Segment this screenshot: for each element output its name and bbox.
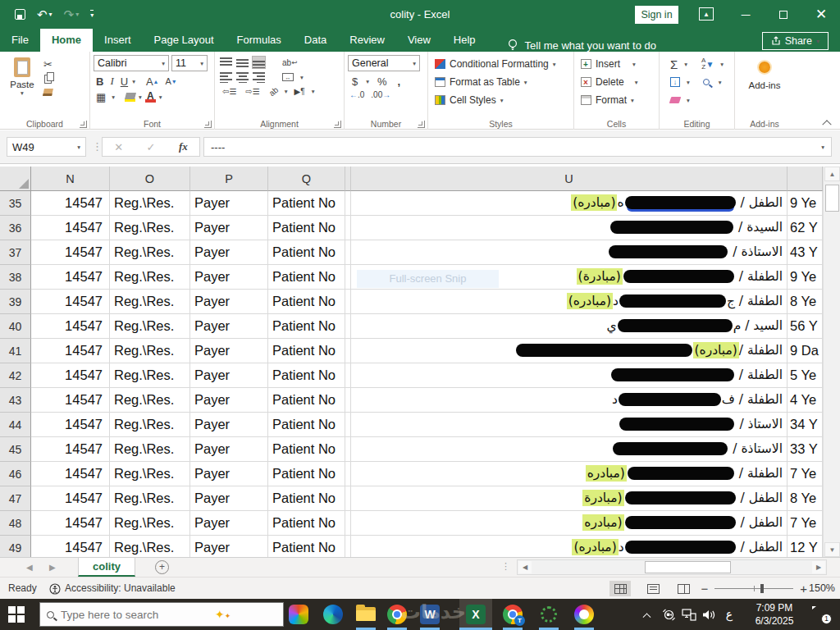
cell-Q39[interactable]: Patient No [268,290,345,314]
row-header-49[interactable]: 49 [0,536,31,557]
cell-Q49[interactable]: Patient No [268,536,345,557]
column-header-N[interactable]: N [31,167,110,191]
tab-scroll-splitter[interactable]: ⋮ [501,561,510,572]
scroll-down-icon[interactable]: ▼ [824,542,840,557]
zoom-out-icon[interactable]: − [701,582,708,596]
undo-icon[interactable]: ↶▾ [37,7,52,22]
sheet-tab-colity[interactable]: colity [78,558,135,577]
cell-U47[interactable]: الطفل / (مبادرة [351,486,788,511]
row-header-43[interactable]: 43 [0,388,31,413]
wrap-text-icon[interactable]: ab↩ [280,57,299,68]
cell-O41[interactable]: Reg.\Res. [110,339,190,363]
cell-age-42[interactable]: 5 Ye [788,363,823,388]
cell-P37[interactable]: Payer [190,240,268,265]
tab-data[interactable]: Data [293,29,338,52]
text-direction-icon[interactable]: ▶¶ [292,86,308,97]
tab-view[interactable]: View [396,29,442,52]
decrease-indent-icon[interactable]: ⇦☰ [220,86,239,97]
cell-N39[interactable]: 14547 [31,290,110,314]
cell-Q37[interactable]: Patient No [268,240,345,265]
network-icon[interactable] [679,599,699,630]
cell-P36[interactable]: Payer [190,216,268,240]
format-cells-button[interactable]: Format▾ [581,91,655,109]
meet-now-icon[interactable] [660,599,678,630]
align-right-icon[interactable] [253,71,265,83]
cell-O47[interactable]: Reg.\Res. [110,486,190,511]
language-indicator[interactable]: ع [720,599,738,630]
align-left-icon[interactable] [220,71,232,83]
cell-P44[interactable]: Payer [190,413,268,437]
select-all-button[interactable] [0,167,31,191]
cell-N41[interactable]: 14547 [31,339,110,363]
sheet-nav-left-icon[interactable]: ◀ [26,558,33,577]
cell-age-41[interactable]: 9 Da [788,339,823,363]
increase-font-icon[interactable]: A▲ [144,75,162,89]
cell-O36[interactable]: Reg.\Res. [110,216,190,240]
cell-O37[interactable]: Reg.\Res. [110,240,190,265]
cell-O39[interactable]: Reg.\Res. [110,290,190,314]
cell-U35[interactable]: الطفل / ه(مبادره) [351,191,788,216]
taskbar-search[interactable]: ✦✦ [39,602,284,627]
cell-narrow-49[interactable] [345,536,351,557]
tab-formulas[interactable]: Formulas [226,29,293,52]
number-dialog-launcher[interactable] [418,121,425,128]
cell-N43[interactable]: 14547 [31,388,110,413]
tray-expand-icon[interactable] [638,599,655,630]
comma-style-icon[interactable]: , [395,75,404,89]
decrease-font-icon[interactable]: A▼ [163,75,180,87]
volume-icon[interactable] [699,599,719,630]
italic-button[interactable]: I [107,74,116,89]
cell-P45[interactable]: Payer [190,437,268,462]
cell-Q47[interactable]: Patient No [268,486,345,511]
paste-button[interactable]: Paste ▾ [3,55,41,97]
borders-icon[interactable]: ▦ [94,90,108,104]
close-button[interactable]: ✕ [802,0,840,29]
page-break-view-icon[interactable] [673,581,694,596]
bottom-align-icon[interactable] [253,57,265,68]
cell-U44[interactable]: الاستاذ / [351,413,788,437]
row-header-41[interactable]: 41 [0,339,31,363]
cell-U40[interactable]: السيد / مي [351,314,788,339]
cell-O35[interactable]: Reg.\Res. [110,191,190,216]
cell-narrow-45[interactable] [345,437,351,462]
percent-style-icon[interactable]: % [375,75,390,89]
scroll-up-icon[interactable]: ▲ [824,167,840,181]
fill-color-icon[interactable] [125,93,135,102]
cell-N37[interactable]: 14547 [31,240,110,265]
cell-N40[interactable]: 14547 [31,314,110,339]
clock[interactable]: 7:09 PM 6/3/2025 [742,601,806,628]
cell-age-47[interactable]: 8 Ye [788,486,823,511]
ribbon-display-options-icon[interactable]: ▲ [699,7,714,21]
row-header-44[interactable]: 44 [0,413,31,437]
tab-review[interactable]: Review [338,29,396,52]
cell-P41[interactable]: Payer [190,339,268,363]
horizontal-scroll-thumb[interactable] [645,561,731,573]
cell-narrow-42[interactable] [345,363,351,388]
conditional-formatting-button[interactable]: Conditional Formatting▾ [435,55,570,73]
sign-in-button[interactable]: Sign in [635,6,678,24]
tab-help[interactable]: Help [442,29,487,52]
copy-icon[interactable] [42,74,54,84]
column-header-Q[interactable]: Q [268,167,345,191]
top-align-icon[interactable] [220,57,232,68]
cell-Q44[interactable]: Patient No [268,413,345,437]
cell-narrow-36[interactable] [345,216,351,240]
decrease-decimal-icon[interactable]: .00→ [371,90,390,99]
tab-home[interactable]: Home [40,29,93,52]
restore-button[interactable] [765,0,802,29]
formula-input[interactable]: ----▾ [203,137,832,157]
cell-N38[interactable]: 14547 [31,265,110,290]
cell-U42[interactable]: الطفلة / [351,363,788,388]
sheet-nav-right-icon[interactable]: ▶ [49,558,56,577]
cell-N44[interactable]: 14547 [31,413,110,437]
cell-Q38[interactable]: Patient No [268,265,345,290]
cell-O46[interactable]: Reg.\Res. [110,462,190,486]
accounting-format-icon[interactable]: $ [349,75,360,89]
cell-Q48[interactable]: Patient No [268,511,345,536]
increase-decimal-icon[interactable]: ←.0 [349,90,364,99]
row-header-42[interactable]: 42 [0,363,31,388]
page-layout-view-icon[interactable] [642,581,664,596]
increase-indent-icon[interactable]: ⇨☰ [243,86,262,97]
zoom-slider[interactable] [714,588,793,589]
clear-icon[interactable] [668,96,682,104]
